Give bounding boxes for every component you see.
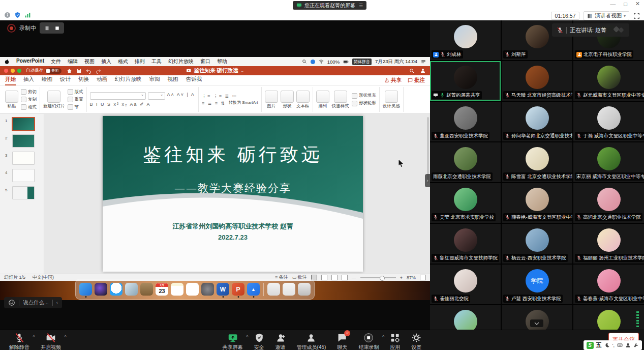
fit-slide-icon[interactable] <box>420 275 426 280</box>
chevron-up-icon[interactable]: ˄ <box>33 334 35 338</box>
control-center-icon[interactable] <box>421 59 426 64</box>
zoom-out-icon[interactable]: — <box>352 275 356 280</box>
toolbar-button-unmute[interactable]: 解除静音˄ <box>5 332 34 350</box>
ppt-tab[interactable]: 开始 <box>5 75 16 85</box>
mac-menu-7[interactable]: 工具 <box>151 58 162 65</box>
toolbar-button-invite[interactable]: 邀请 <box>271 332 290 350</box>
participant-tile[interactable]: 学院卢慧 西安职业技术学院 <box>502 265 572 304</box>
slide-thumbnail-1[interactable] <box>12 117 35 131</box>
mac-menu-3[interactable]: 视图 <box>84 58 95 65</box>
close-button[interactable]: ✕ <box>635 1 640 7</box>
participant-tile[interactable]: 董亚西安职业技术学院 <box>430 102 501 141</box>
chevron-up-icon[interactable]: ˄ <box>64 334 67 338</box>
ribbon-button[interactable]: 文本框 <box>296 91 310 108</box>
home-icon[interactable] <box>67 68 72 74</box>
language-indicator[interactable]: 中文(中国) <box>33 274 54 281</box>
toolbar-button-start-video[interactable]: 开启视频˄ <box>37 332 65 350</box>
ppt-tab[interactable]: 视图 <box>168 75 178 85</box>
participant-tile[interactable]: 鲁红霞威海市文登技师学院 <box>430 224 501 264</box>
speaker-view-button[interactable]: 演讲者视图 ▾ <box>584 11 629 20</box>
ribbon-button[interactable]: 复制 <box>21 97 37 103</box>
minimize-button[interactable]: — <box>610 1 616 7</box>
ppt-tab[interactable]: 切换 <box>78 75 89 85</box>
participant-tile[interactable] <box>430 305 501 330</box>
participant-tile[interactable]: 孙问华老师北京交通职业技术学院 <box>502 102 572 141</box>
sogou-input-bar[interactable]: S 五 ’, <box>584 340 642 350</box>
participant-tile[interactable] <box>573 305 644 330</box>
zoom-slider[interactable] <box>360 277 396 278</box>
dock-icon-minimized-window-2[interactable] <box>283 283 295 296</box>
dock-icon-reminders[interactable] <box>186 283 199 296</box>
input-mode-label[interactable]: 五 <box>596 341 602 349</box>
autosave-toggle[interactable]: 关闭 <box>45 68 62 74</box>
dock-icon-tencent-meeting[interactable]: ▲ <box>247 283 260 296</box>
ribbon-button[interactable]: 转换为 SmartArt <box>229 101 258 105</box>
dock-icon-powerpoint[interactable]: P <box>232 283 244 296</box>
participant-tile[interactable]: 雨薇北京交通职业技术学院 <box>430 142 501 182</box>
search-icon[interactable] <box>409 68 415 74</box>
ribbon-button[interactable]: 形状轮廓 <box>352 100 376 106</box>
info-icon[interactable] <box>4 12 11 18</box>
ribbon-button[interactable]: 节 <box>68 104 83 110</box>
dock-icon-minimized-window-1[interactable] <box>267 283 280 296</box>
maximize-button[interactable]: □ <box>624 1 627 7</box>
toolbar-button-end-record[interactable]: 结束录制˄ <box>354 332 383 350</box>
work-scrollbar[interactable] <box>427 117 429 183</box>
font-size-combo[interactable] <box>148 92 165 100</box>
participant-tile[interactable]: 福丽丽 扬州工业职业技术学院 <box>573 224 644 264</box>
participant-tile[interactable]: 刘成林 <box>430 20 501 60</box>
participant-tile[interactable]: 高润北京交通职业技术学院 <box>573 183 644 223</box>
spotlight-search-icon[interactable] <box>302 59 307 64</box>
pause-recording-button[interactable] <box>43 24 51 32</box>
slideshow-view-icon[interactable] <box>342 275 348 280</box>
slide-thumbnail-5[interactable] <box>12 186 35 199</box>
mac-menu-1[interactable]: 文件 <box>51 58 61 65</box>
mac-menu-8[interactable]: 幻灯片放映 <box>168 58 194 65</box>
tools-icon[interactable] <box>633 342 639 348</box>
dock-icon-siri[interactable] <box>95 283 107 296</box>
mac-menu-9[interactable]: 窗口 <box>200 58 210 65</box>
list-buttons[interactable]: ⋮≡ ⋮≡ ≣ ≔ <box>202 94 258 99</box>
panel-collapse-arrow[interactable]: › <box>425 174 430 187</box>
ribbon-button[interactable]: 粘贴 <box>5 91 18 108</box>
collapse-chat-icon[interactable]: ‹ <box>56 300 58 305</box>
ribbon-button[interactable]: 设计灵感 <box>383 91 400 108</box>
stop-recording-button[interactable] <box>53 24 61 32</box>
mac-menu-6[interactable]: 排列 <box>135 58 145 65</box>
share-button[interactable]: 共享 <box>384 77 402 84</box>
ppt-tab[interactable]: 幻灯片放映 <box>115 75 142 85</box>
mac-menu-10[interactable]: 帮助 <box>217 58 227 65</box>
zoom-level[interactable]: 87% <box>407 275 416 280</box>
dock-icon-system-preferences[interactable] <box>201 283 214 296</box>
slide-canvas[interactable]: 鉴往知来 砺行致远 ——教学大赛经验分享 江苏省常州刘国钧高等职业技术学校 赵菁… <box>103 116 363 272</box>
ppt-tab[interactable]: 设计 <box>60 75 71 85</box>
mac-menu-2[interactable]: 编辑 <box>68 58 78 65</box>
input-method-badge[interactable]: 简体拼音 <box>352 59 372 65</box>
dock-icon-trash[interactable] <box>298 283 311 296</box>
participant-tile[interactable]: 宋京丽 威海市文登区职业中等专业学.. <box>573 142 644 182</box>
ribbon-button[interactable]: 排列 <box>316 91 329 108</box>
ppt-tab[interactable]: 插入 <box>23 75 34 85</box>
moon-icon[interactable] <box>604 342 610 348</box>
mac-menu-0[interactable]: PowerPoint <box>16 58 44 65</box>
chat-input[interactable]: 说点什么... <box>23 299 49 306</box>
apple-menu-icon[interactable] <box>4 59 10 65</box>
ppt-tab[interactable]: 动画 <box>97 75 107 85</box>
keyboard-icon[interactable] <box>617 342 623 348</box>
chevron-up-icon[interactable]: ˄ <box>382 334 385 338</box>
mac-menu-4[interactable]: 插入 <box>101 58 111 65</box>
ribbon-button[interactable]: 图片 <box>265 91 278 108</box>
menu-extra-icon[interactable] <box>311 60 315 64</box>
participant-tile[interactable]: 姜春燕-威海市文登区职业中等专.. <box>573 265 644 304</box>
mac-menu-5[interactable]: 格式 <box>118 58 128 65</box>
dock-icon-safari[interactable] <box>110 283 122 296</box>
participant-tile[interactable]: 马天晴 北京市经贸高级技术学校 <box>502 61 572 101</box>
ppt-tab[interactable]: 审阅 <box>149 75 160 85</box>
participant-tile-screen-share[interactable]: 赵菁的屏幕共享 <box>430 61 501 101</box>
dock-icon-photos[interactable] <box>125 283 138 296</box>
sorter-view-icon[interactable] <box>321 275 327 280</box>
layout-switch-icon[interactable]: ☰ <box>359 3 363 8</box>
dock-icon-calendar[interactable]: 7月23 <box>156 283 168 296</box>
traffic-lights[interactable] <box>4 69 21 73</box>
dock-icon-finder[interactable] <box>79 283 92 296</box>
